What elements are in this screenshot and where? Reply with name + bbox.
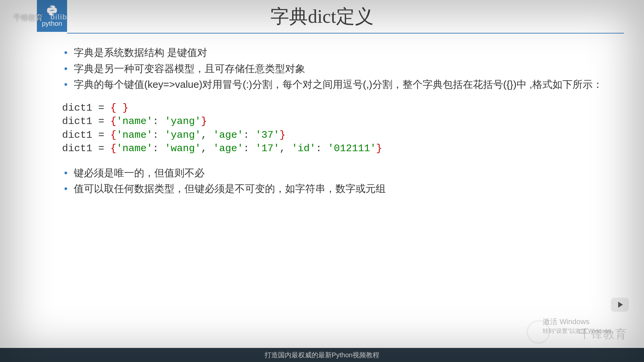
list-item: 键必须是唯一的，但值则不必 <box>62 166 610 180</box>
list-item: 字典是系统数据结构 是键值对 <box>62 45 610 60</box>
slide: python 千锋教育 bilibili 字典dict定义 字典是系统数据结构 … <box>0 0 644 362</box>
code-block: dict1 = { } dict1 = {'name': 'yang'} dic… <box>62 101 610 156</box>
title-underline <box>67 33 624 34</box>
slide-content: 字典是系统数据结构 是键值对 字典是另一种可变容器模型，且可存储任意类型对象 字… <box>62 45 610 197</box>
list-item: 值可以取任何数据类型，但键必须是不可变的，如字符串，数字或元组 <box>62 181 610 196</box>
swirl-icon <box>527 320 550 344</box>
code-line: dict1 = { } <box>62 101 610 115</box>
list-item: 字典的每个键值(key=>value)对用冒号(:)分割，每个对之间用逗号(,)… <box>62 77 610 92</box>
code-line: dict1 = {'name': 'wang', 'age': '17', 'i… <box>62 142 610 156</box>
bullet-list-bottom: 键必须是唯一的，但值则不必 值可以取任何数据类型，但键必须是不可变的，如字符串，… <box>62 166 610 196</box>
footer-text: 打造国内最权威的最新Python视频教程 <box>265 351 379 360</box>
code-line: dict1 = {'name': 'yang', 'age': '37'} <box>62 128 610 142</box>
bullet-list-top: 字典是系统数据结构 是键值对 字典是另一种可变容器模型，且可存储任意类型对象 字… <box>62 45 610 92</box>
slide-title: 字典dict定义 <box>0 4 644 29</box>
footer-bar: 打造国内最权威的最新Python视频教程 <box>0 348 644 362</box>
list-item: 字典是另一种可变容器模型，且可存储任意类型对象 <box>62 61 610 76</box>
code-line: dict1 = {'name': 'yang'} <box>62 115 610 128</box>
brand-watermark-bottom-right: 千锋教育 <box>579 326 627 342</box>
windows-line1: 激活 Windows <box>543 317 617 327</box>
play-icon[interactable] <box>611 298 629 312</box>
